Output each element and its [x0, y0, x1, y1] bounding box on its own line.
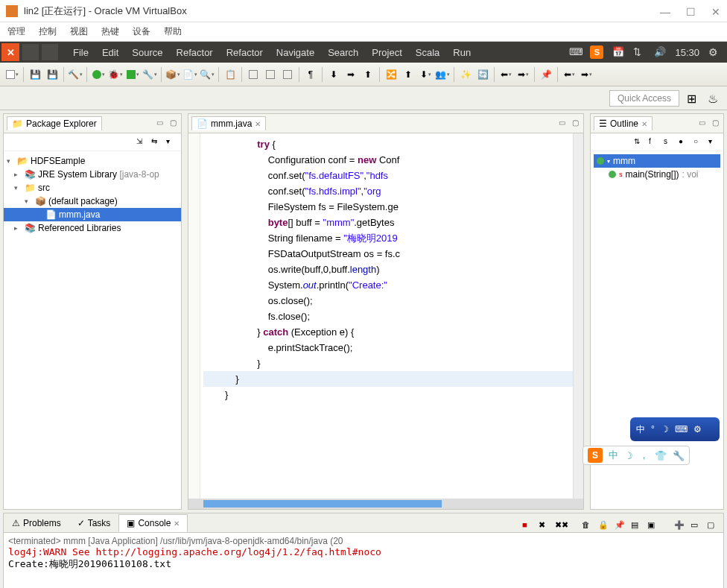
remove-all-button[interactable]: ✖✖	[555, 520, 567, 532]
sogou-ime-icon[interactable]: S	[590, 45, 603, 59]
outline-menu-button[interactable]: ▾	[708, 137, 719, 148]
ime-keyboard-icon[interactable]: ⌨	[675, 424, 688, 434]
toggle-block-button[interactable]	[263, 67, 278, 82]
step-into-button[interactable]: ⬇	[326, 67, 341, 82]
console-min-button[interactable]: ▭	[691, 520, 702, 532]
package-tree[interactable]: ▾📂HDFSEample ▸📚JRE System Library [java-…	[4, 151, 181, 238]
open-type-button[interactable]: 📋	[223, 67, 238, 82]
menu-edit[interactable]: Edit	[102, 47, 118, 58]
new-package-button[interactable]: 📦	[165, 67, 180, 82]
referenced-libs-node[interactable]: Referenced Libraries	[38, 223, 121, 233]
menu-file[interactable]: File	[73, 47, 89, 58]
outline-method[interactable]: smain(String[]): voi	[594, 168, 720, 181]
window-close-button[interactable]: ✕	[1, 43, 19, 61]
ime2-punct[interactable]: ，	[639, 449, 649, 462]
build-button[interactable]: 🔨	[68, 67, 83, 82]
project-node[interactable]: HDFSEample	[31, 156, 85, 166]
prev-edit-button[interactable]: ⬅	[498, 67, 513, 82]
ime-settings-icon[interactable]: ⚙	[693, 424, 702, 434]
team-button[interactable]: 👥	[435, 67, 450, 82]
menu-run[interactable]: Run	[453, 47, 471, 58]
sogou-status-bar[interactable]: 中 ° ☽ ⌨ ⚙	[630, 417, 720, 441]
quick-access-field[interactable]: Quick Access	[609, 90, 679, 107]
back-button[interactable]: ⬅	[562, 67, 577, 82]
pin-button[interactable]: 📌	[539, 67, 553, 82]
refresh-button[interactable]: 🔄	[475, 67, 490, 82]
vb-menu-hotkey[interactable]: 热键	[101, 25, 119, 38]
remove-launch-button[interactable]: ✖	[539, 520, 550, 532]
new-console-button[interactable]: ➕	[674, 520, 686, 532]
link-editor-button[interactable]: ⇆	[151, 137, 162, 148]
editor-ruler[interactable]	[188, 133, 200, 499]
tab-close-icon[interactable]: ✕	[255, 120, 261, 128]
next-edit-button[interactable]: ➡	[515, 67, 530, 82]
ime-punct-icon[interactable]: °	[651, 424, 655, 434]
network-icon[interactable]: ⇅	[633, 46, 645, 58]
menu-refactor-2[interactable]: Refactor	[226, 47, 263, 58]
problems-tab[interactable]: ⚠ Problems	[4, 514, 69, 532]
filter-local-button[interactable]: ○	[693, 137, 704, 148]
vb-menu-control[interactable]: 控制	[39, 25, 57, 38]
minimize-button[interactable]: —	[660, 6, 670, 16]
open-perspective-button[interactable]: ⊞	[687, 92, 700, 105]
window-minimize-button[interactable]	[22, 44, 39, 60]
collapse-all-button[interactable]: ⇲	[136, 137, 147, 148]
display-button[interactable]: ▤	[631, 520, 643, 532]
menu-source[interactable]: Source	[132, 47, 162, 58]
menu-refactor[interactable]: Refactor	[177, 47, 213, 58]
editor-maximize-button[interactable]: ▢	[570, 118, 580, 129]
package-explorer-tab[interactable]: 📁 Package Explorer	[7, 116, 102, 130]
wand-button[interactable]: ✨	[458, 67, 473, 82]
menu-scala[interactable]: Scala	[416, 47, 440, 58]
coverage-button[interactable]	[125, 67, 140, 82]
step-over-button[interactable]: ➡	[343, 67, 358, 82]
ime2-shirt-icon[interactable]: 👕	[655, 450, 667, 461]
vb-menu-manage[interactable]: 管理	[7, 25, 25, 38]
debug-button[interactable]: 🐞	[108, 67, 123, 82]
filter-fields-button[interactable]: f	[649, 137, 659, 148]
step-return-button[interactable]: ⬆	[361, 67, 375, 82]
clock[interactable]: 15:30	[675, 47, 699, 58]
ime-lang[interactable]: 中	[636, 423, 645, 436]
ime2-tool-icon[interactable]: 🔧	[673, 450, 685, 461]
sogou-logo-icon[interactable]: S	[588, 448, 603, 463]
new-type-button[interactable]: 📄	[182, 67, 197, 82]
filter-static-button[interactable]: s	[664, 137, 674, 148]
ime2-lang[interactable]: 中	[609, 449, 618, 462]
run-button[interactable]	[91, 67, 106, 82]
console-max-button[interactable]: ▢	[707, 520, 719, 532]
editor-tab[interactable]: 📄 mmm.java ✕	[191, 116, 266, 130]
tasks-tab[interactable]: ✓ Tasks	[69, 514, 119, 532]
keyboard-indicator-icon[interactable]: ⌨	[569, 46, 581, 58]
java-perspective-button[interactable]: ♨	[708, 92, 721, 105]
outline-class[interactable]: ▾mmm	[594, 154, 720, 168]
search-button[interactable]: 🔍	[200, 67, 215, 82]
view-minimize-button[interactable]: ▭	[154, 118, 165, 129]
open-console-button[interactable]: ▣	[647, 520, 659, 532]
git-pull-button[interactable]: ⬇	[418, 67, 433, 82]
console-tab[interactable]: ▣ Console ✕	[118, 514, 188, 532]
menu-navigate[interactable]: Navigate	[276, 47, 314, 58]
sogou-toolbar[interactable]: S 中 ☽ ， 👕 🔧	[582, 446, 690, 465]
vb-menu-view[interactable]: 视图	[70, 25, 88, 38]
calendar-icon[interactable]: 📅	[612, 46, 624, 58]
volume-icon[interactable]: 🔊	[654, 46, 666, 58]
menu-search[interactable]: Search	[328, 47, 358, 58]
view-maximize-button[interactable]: ▢	[710, 118, 720, 129]
tab-close-icon[interactable]: ✕	[641, 120, 647, 128]
overview-ruler[interactable]	[573, 133, 583, 499]
editor-minimize-button[interactable]: ▭	[556, 118, 567, 129]
maximize-button[interactable]: ☐	[685, 6, 696, 16]
ime2-moon-icon[interactable]: ☽	[624, 450, 633, 461]
vb-menu-help[interactable]: 帮助	[164, 25, 182, 38]
gear-icon[interactable]: ⚙	[708, 46, 718, 58]
package-node[interactable]: (default package)	[48, 196, 118, 206]
forward-button[interactable]: ➡	[579, 67, 594, 82]
view-minimize-button[interactable]: ▭	[696, 118, 707, 129]
sort-button[interactable]: ⇅	[634, 137, 644, 148]
vb-menu-devices[interactable]: 设备	[133, 25, 150, 38]
save-all-button[interactable]: 💾	[45, 67, 60, 82]
filter-nonpublic-button[interactable]: ●	[679, 137, 689, 148]
terminate-button[interactable]: ■	[522, 520, 534, 532]
menu-project[interactable]: Project	[372, 47, 401, 58]
